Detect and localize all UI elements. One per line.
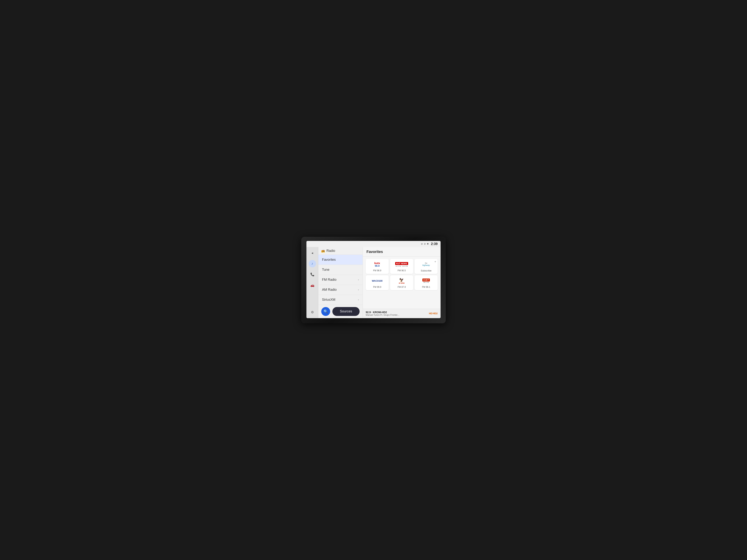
favorite-card-kvet[interactable]: KVET 98.1 FM FM 98.1 xyxy=(415,275,438,290)
sidebar-settings-icon[interactable]: ⚙ xyxy=(309,309,316,316)
main-layout: ◂ ♪ 📞 🚗 ⚙ 📻 Radio Favorites Tune xyxy=(306,247,441,318)
kutx-logo: kutx 98.9 xyxy=(375,261,380,268)
bluetooth-icon: ✱ xyxy=(427,243,429,245)
menu-title: Radio xyxy=(327,249,335,253)
menu-panel: 📻 Radio Favorites Tune FM Radio › xyxy=(318,247,363,318)
content-header: Favorites xyxy=(363,247,441,257)
sidebar-car-icon[interactable]: 🚗 xyxy=(309,282,316,289)
now-playing-station: 92.9 · KROM-HD2 xyxy=(366,311,399,314)
status-icons: ⊘ ⊘ ✱ xyxy=(421,243,429,245)
favorite-card-kut[interactable]: KUT NEWS 92.5 FM · 90.5 FM FM 90.5 xyxy=(390,259,413,274)
pontera-logo: 🦅 87.9FM xyxy=(399,277,405,285)
screen: ⊘ ⊘ ✱ 2:39 ◂ ♪ 📞 🚗 ⚙ 📻 Radio xyxy=(306,241,441,318)
favorite-card-pontera[interactable]: 🦅 87.9FM FM 87.9 xyxy=(390,275,413,290)
search-button[interactable]: 🔍 xyxy=(321,307,330,316)
highway-logo: the highway xyxy=(422,261,430,268)
status-bar: ⊘ ⊘ ✱ 2:39 xyxy=(306,241,441,247)
menu-item-fm-radio[interactable]: FM Radio › xyxy=(318,275,363,285)
now-playing-bar: 92.9 · KROM-HD2 Manuel Turizo Ft. Grupo … xyxy=(363,309,441,318)
car-bezel: ⊘ ⊘ ✱ 2:39 ◂ ♪ 📞 🚗 ⚙ 📻 Radio xyxy=(301,237,446,323)
station-freq: FM 99.9 xyxy=(373,286,381,288)
content-panel: Favorites kutx 98.9 FM 98.9 KUT NEWS xyxy=(363,247,441,318)
chevron-icon: › xyxy=(358,278,359,281)
kvet-logo: KVET 98.1 FM xyxy=(422,277,430,285)
menu-item-siriusxm[interactable]: SiriusXM › xyxy=(318,295,363,305)
hd-icon: HD xyxy=(429,312,432,315)
clock: 2:39 xyxy=(431,242,438,246)
menu-items-list: Favorites Tune FM Radio › AM Radio › Sir xyxy=(318,255,363,305)
menu-header: 📻 Radio xyxy=(318,247,363,255)
chevron-icon: › xyxy=(358,288,359,291)
station-freq: FM 98.1 xyxy=(422,286,430,288)
sidebar-music-icon[interactable]: ♪ xyxy=(309,260,316,267)
station-freq: FM 98.9 xyxy=(373,269,381,272)
sources-button[interactable]: Sources xyxy=(332,307,360,316)
kut-logo: KUT NEWS 92.5 FM · 90.5 FM xyxy=(395,261,408,268)
now-playing-info: 92.9 · KROM-HD2 Manuel Turizo Ft. Grupo … xyxy=(366,311,399,316)
sidebar-phone-icon[interactable]: 📞 xyxy=(309,271,316,278)
menu-item-am-radio[interactable]: AM Radio › xyxy=(318,285,363,295)
radio-icon: 📻 xyxy=(321,249,325,252)
sidebar-nav-icon[interactable]: ◂ xyxy=(309,249,316,257)
wifi-off-icon: ⊘ xyxy=(424,243,426,245)
chevron-icon: › xyxy=(358,298,359,301)
favorite-card-waco[interactable]: WACO100 FM 99.9 xyxy=(366,275,389,290)
no-signal-icon: ⊘ xyxy=(421,243,423,245)
station-freq: FM 87.9 xyxy=(397,286,406,288)
hd2-badge: HD HD2 xyxy=(429,312,438,315)
menu-bottom: 🔍 Sources xyxy=(318,305,363,318)
now-playing-song: Manuel Turizo Ft. Grupo Fronter... xyxy=(366,314,399,316)
favorite-card-kutx[interactable]: kutx 98.9 FM 98.9 xyxy=(366,259,389,274)
sidebar: ◂ ♪ 📞 🚗 ⚙ xyxy=(306,247,318,318)
menu-item-tune[interactable]: Tune xyxy=(318,265,363,275)
menu-item-favorites[interactable]: Favorites xyxy=(318,255,363,265)
station-freq: FM 90.5 xyxy=(397,269,406,272)
subscribe-text: Subscribe xyxy=(421,269,432,272)
waco-logo: WACO100 xyxy=(372,277,382,285)
favorites-grid: kutx 98.9 FM 98.9 KUT NEWS 92.5 FM · 90.… xyxy=(363,257,441,292)
favorite-card-highway[interactable]: + the highway Subscribe xyxy=(415,259,438,274)
add-icon[interactable]: + xyxy=(434,260,436,263)
